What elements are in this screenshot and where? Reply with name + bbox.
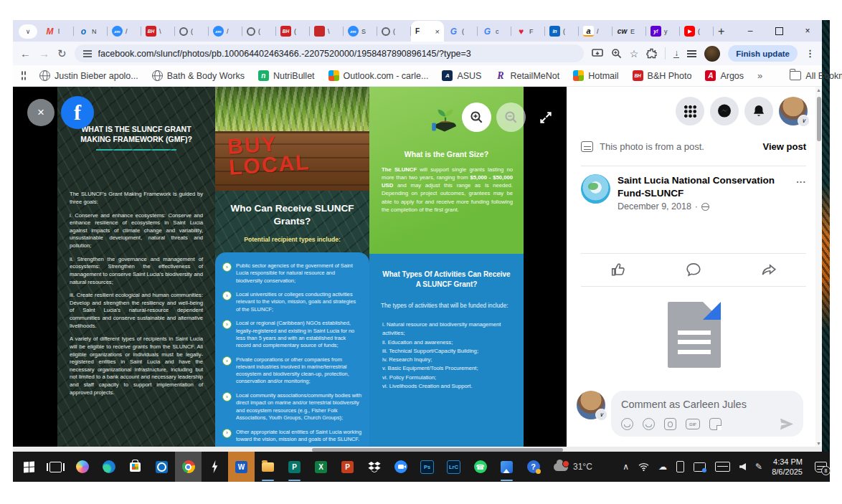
avatar-sticker-icon[interactable] <box>621 418 633 430</box>
lightning-app-button[interactable] <box>202 452 228 482</box>
gif-icon[interactable]: GIF <box>686 419 700 429</box>
share-button[interactable] <box>761 262 777 280</box>
taskbar-clock[interactable]: 4:34 PM 8/6/2025 <box>772 457 803 477</box>
excel-button[interactable]: X <box>308 452 334 482</box>
page-name[interactable]: Saint Lucia National Conservation Fund-S… <box>618 174 788 199</box>
bookmark-item[interactable]: Outlook.com - carle... <box>328 70 429 81</box>
site-info-icon[interactable] <box>83 50 92 57</box>
onedrive-cloud-icon[interactable]: ☁ <box>658 462 667 472</box>
tab[interactable]: zm/ <box>108 21 141 42</box>
outlook-button[interactable] <box>148 452 175 482</box>
get-help-button[interactable]: ? <box>520 452 547 482</box>
download-icon[interactable]: ↓ <box>673 49 679 58</box>
messenger-button[interactable] <box>710 97 739 125</box>
zoom-icon[interactable] <box>611 48 622 59</box>
send-to-device-icon[interactable] <box>592 49 603 59</box>
pen-ink-icon[interactable]: ✎ <box>755 462 762 472</box>
copilot-button[interactable] <box>69 452 95 482</box>
back-button[interactable]: ← <box>20 47 31 60</box>
notifications-button[interactable] <box>744 97 773 125</box>
hscrollbar-thumb[interactable] <box>312 448 563 452</box>
cast-screen-icon[interactable] <box>694 462 706 472</box>
comment-button[interactable] <box>686 262 701 280</box>
forward-button[interactable]: → <box>39 47 49 60</box>
start-button[interactable] <box>16 452 42 482</box>
zoom-app-button[interactable] <box>387 452 414 482</box>
volume-icon[interactable] <box>739 463 746 470</box>
new-tab-button[interactable]: + <box>718 25 724 38</box>
tab[interactable]: Gc <box>478 21 511 42</box>
browser-menu-icon[interactable]: ⋮ <box>805 48 815 59</box>
tab[interactable]: Ml <box>40 21 74 42</box>
facebook-logo[interactable]: f <box>61 96 94 129</box>
scroll-down-arrow[interactable]: ▼ <box>815 441 822 446</box>
comment-input[interactable]: Comment as Carleen Jules GIF <box>611 391 803 437</box>
brochure-photo[interactable]: WHAT IS THE SLUNCF GRANT MAKING FRAMEWOR… <box>57 87 524 447</box>
chrome-button[interactable] <box>175 452 202 482</box>
tray-chevron-icon[interactable]: ∧ <box>623 462 629 472</box>
dropbox-button[interactable] <box>361 452 387 482</box>
tab-facebook-active[interactable]: F× <box>411 21 444 42</box>
touch-keyboard-icon[interactable] <box>715 462 730 472</box>
tab[interactable]: zm/ <box>209 21 242 42</box>
tab[interactable]: ( <box>377 21 411 42</box>
scroll-up-arrow[interactable]: ▲ <box>815 87 822 92</box>
all-bookmarks-button[interactable]: All Bookmarks <box>790 71 842 81</box>
bookmark-item[interactable]: RRetailMeNot <box>495 70 559 81</box>
task-view-button[interactable] <box>42 452 69 482</box>
tab[interactable]: ♥F <box>511 21 545 42</box>
notification-center-icon[interactable]: 8 <box>815 462 827 472</box>
like-button[interactable] <box>610 262 626 280</box>
scrollbar-thumb[interactable] <box>817 97 821 141</box>
tab[interactable]: ( <box>175 21 209 42</box>
tab[interactable]: \ <box>310 21 344 42</box>
store-button[interactable] <box>122 452 148 482</box>
extensions-icon[interactable] <box>646 48 657 59</box>
address-bar[interactable]: facebook.com/sluncf/photos/pb.1000644024… <box>75 44 584 62</box>
tab[interactable]: BH( <box>276 21 310 42</box>
word-button[interactable]: W <box>228 452 255 482</box>
bookmark-item[interactable]: Hotmail <box>573 70 618 81</box>
send-comment-icon[interactable] <box>780 419 793 430</box>
apps-grid-icon[interactable] <box>22 71 26 80</box>
minimize-button[interactable]: – <box>736 20 765 42</box>
publisher-button[interactable]: P <box>281 452 308 482</box>
view-post-link[interactable]: View post <box>763 141 806 152</box>
sticker-icon[interactable] <box>709 418 722 430</box>
camera-icon[interactable] <box>664 418 676 430</box>
emoji-icon[interactable] <box>643 418 655 430</box>
tab[interactable]: ( <box>242 21 276 42</box>
tab[interactable]: cwE <box>612 21 646 42</box>
tab[interactable]: oN <box>74 21 108 42</box>
tab[interactable]: in( <box>545 21 579 42</box>
edge-button[interactable] <box>95 452 122 482</box>
reading-list-icon[interactable] <box>687 50 696 57</box>
tab[interactable]: G( <box>444 21 478 42</box>
bookmark-item[interactable]: AArgos <box>705 70 744 81</box>
tab[interactable]: a/ <box>579 21 612 42</box>
wifi-icon[interactable] <box>638 462 649 471</box>
page-avatar[interactable] <box>581 174 610 204</box>
post-more-button[interactable]: ... <box>796 174 806 211</box>
bookmark-item[interactable]: AASUS <box>442 70 481 81</box>
tab[interactable]: BH\ <box>141 21 175 42</box>
vertical-scrollbar[interactable]: ▲ ▼ <box>815 87 822 447</box>
photos-button[interactable] <box>493 452 520 482</box>
tab-close-icon[interactable]: × <box>435 27 440 36</box>
zoom-in-button[interactable] <box>462 103 491 132</box>
fullscreen-expand-icon[interactable] <box>535 107 557 128</box>
menu-grid-button[interactable] <box>676 97 704 125</box>
zoom-out-button[interactable] <box>496 103 526 132</box>
profile-avatar[interactable] <box>704 46 720 62</box>
tab[interactable]: ( <box>680 21 714 42</box>
bookmark-item[interactable]: nNutriBullet <box>258 70 315 81</box>
powerpoint-button[interactable]: P <box>334 452 361 482</box>
maximize-button[interactable] <box>765 20 793 42</box>
finish-update-button[interactable]: Finish update <box>728 45 798 62</box>
bookmark-item[interactable]: Justin Bieber apolo... <box>39 70 138 81</box>
account-avatar[interactable]: ∨ <box>779 97 808 125</box>
whatsapp-button[interactable]: ☎ <box>467 452 493 482</box>
photoshop-button[interactable]: Ps <box>414 452 440 482</box>
file-explorer-button[interactable] <box>255 452 281 482</box>
bookmark-item[interactable]: Bath & Body Works <box>152 70 245 81</box>
